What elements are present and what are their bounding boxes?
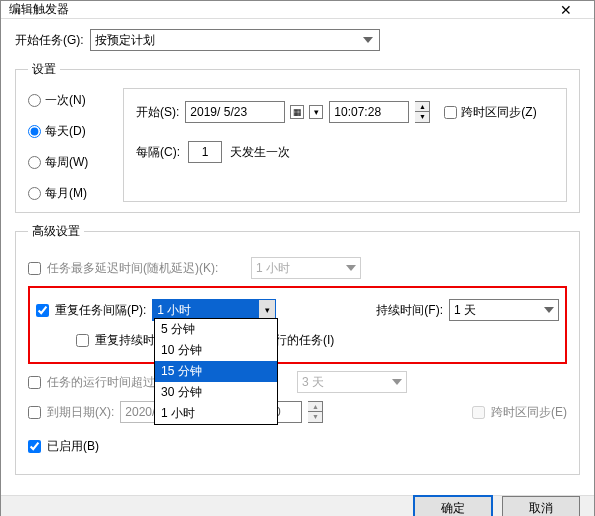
begin-task-label: 开始任务(G): bbox=[15, 32, 84, 49]
radio-monthly[interactable] bbox=[28, 187, 41, 200]
begin-task-row: 开始任务(G): 按预定计划 bbox=[15, 29, 580, 51]
enabled-checkbox[interactable]: 已启用(B) bbox=[28, 438, 99, 455]
stop-at-end-checkbox[interactable]: 重复持续时 bbox=[76, 332, 155, 349]
duration-label: 持续时间(F): bbox=[376, 302, 443, 319]
advanced-fieldset: 高级设置 任务最多延迟时间(随机延迟)(K): 1 小时 重复任务间隔(P): … bbox=[15, 223, 580, 475]
timeout-row: 任务的运行时间超过 3 天 bbox=[28, 370, 567, 394]
titlebar: 编辑触发器 ✕ bbox=[1, 1, 594, 19]
timeout-select: 3 天 bbox=[297, 371, 407, 393]
every-row: 每隔(C): 天发生一次 bbox=[136, 141, 554, 163]
radio-weekly[interactable] bbox=[28, 156, 41, 169]
content-area: 开始任务(G): 按预定计划 设置 一次(N) 每天(D) 每周(W) 每月(M… bbox=[1, 19, 594, 495]
spinner-down-icon[interactable]: ▼ bbox=[415, 112, 429, 122]
dropdown-option[interactable]: 1 小时 bbox=[155, 403, 277, 424]
enabled-row: 已启用(B) bbox=[28, 434, 567, 458]
every-value-input[interactable] bbox=[188, 141, 222, 163]
schedule-once[interactable]: 一次(N) bbox=[28, 92, 123, 109]
stop-at-end-row: 重复持续时 有运行的任务(I) bbox=[36, 328, 559, 352]
settings-legend: 设置 bbox=[28, 61, 60, 78]
expiry-spinner: ▲▼ bbox=[308, 401, 323, 423]
ok-button[interactable]: 确定 bbox=[414, 496, 492, 516]
close-icon[interactable]: ✕ bbox=[546, 2, 586, 18]
cross-tz-checkbox[interactable]: 跨时区同步(Z) bbox=[444, 104, 536, 121]
expiry-checkbox[interactable]: 到期日期(X): bbox=[28, 404, 114, 421]
schedule-options: 一次(N) 每天(D) 每周(W) 每月(M) bbox=[28, 88, 123, 202]
start-row: 开始(S): ▦ ▾ ▲▼ 跨时区同步(Z) bbox=[136, 101, 554, 123]
calendar-icon[interactable]: ▦ bbox=[290, 105, 304, 119]
repeat-highlight-box: 重复任务间隔(P): 1 小时 ▾ 持续时间(F): 1 天 重复持续时 有运行… bbox=[28, 286, 567, 364]
radio-daily[interactable] bbox=[28, 125, 41, 138]
repeat-checkbox[interactable]: 重复任务间隔(P): bbox=[36, 302, 146, 319]
dropdown-option[interactable]: 10 分钟 bbox=[155, 340, 277, 361]
delay-select: 1 小时 bbox=[251, 257, 361, 279]
repeat-row: 重复任务间隔(P): 1 小时 ▾ 持续时间(F): 1 天 bbox=[36, 298, 559, 322]
spinner-up-icon[interactable]: ▲ bbox=[415, 102, 429, 112]
time-spinner[interactable]: ▲▼ bbox=[415, 101, 430, 123]
dialog-footer: 确定 取消 bbox=[1, 495, 594, 516]
begin-task-select[interactable]: 按预定计划 bbox=[90, 29, 380, 51]
start-date-input[interactable] bbox=[185, 101, 285, 123]
cancel-button[interactable]: 取消 bbox=[502, 496, 580, 516]
every-suffix: 天发生一次 bbox=[230, 144, 290, 161]
chevron-down-icon[interactable]: ▾ bbox=[259, 300, 275, 320]
start-time-input[interactable] bbox=[329, 101, 409, 123]
schedule-daily[interactable]: 每天(D) bbox=[28, 123, 123, 140]
advanced-legend: 高级设置 bbox=[28, 223, 84, 240]
dropdown-option[interactable]: 5 分钟 bbox=[155, 319, 277, 340]
delay-checkbox[interactable]: 任务最多延迟时间(随机延迟)(K): bbox=[28, 260, 218, 277]
schedule-monthly[interactable]: 每月(M) bbox=[28, 185, 123, 202]
delay-row: 任务最多延迟时间(随机延迟)(K): 1 小时 bbox=[28, 256, 567, 280]
dropdown-option-selected[interactable]: 15 分钟 bbox=[155, 361, 277, 382]
schedule-detail-panel: 开始(S): ▦ ▾ ▲▼ 跨时区同步(Z) 每隔(C): 天发生一次 bbox=[123, 88, 567, 202]
dropdown-option[interactable]: 30 分钟 bbox=[155, 382, 277, 403]
radio-once[interactable] bbox=[28, 94, 41, 107]
dialog-window: 编辑触发器 ✕ 开始任务(G): 按预定计划 设置 一次(N) 每天(D) 每周… bbox=[0, 0, 595, 516]
every-label: 每隔(C): bbox=[136, 144, 180, 161]
settings-fieldset: 设置 一次(N) 每天(D) 每周(W) 每月(M) 开始(S): ▦ ▾ ▲▼ bbox=[15, 61, 580, 213]
repeat-interval-dropdown[interactable]: 5 分钟 10 分钟 15 分钟 30 分钟 1 小时 bbox=[154, 318, 278, 425]
window-title: 编辑触发器 bbox=[9, 1, 69, 18]
timeout-checkbox[interactable]: 任务的运行时间超过 bbox=[28, 374, 155, 391]
chevron-down-icon[interactable]: ▾ bbox=[309, 105, 323, 119]
duration-select[interactable]: 1 天 bbox=[449, 299, 559, 321]
expiry-cross-tz-checkbox: 跨时区同步(E) bbox=[472, 404, 567, 421]
start-label: 开始(S): bbox=[136, 104, 179, 121]
schedule-weekly[interactable]: 每周(W) bbox=[28, 154, 123, 171]
expiry-row: 到期日期(X): ▲▼ 跨时区同步(E) bbox=[28, 400, 567, 424]
